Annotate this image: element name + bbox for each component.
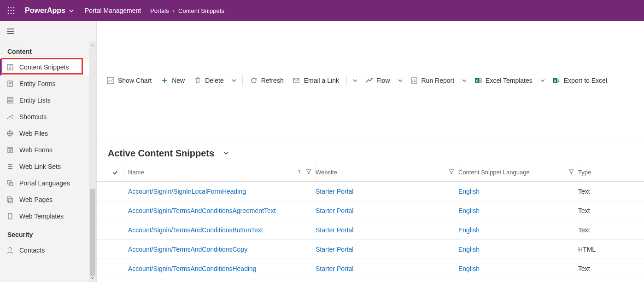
cmd-label: New — [172, 77, 185, 84]
sidebar-section-content: Content — [0, 41, 96, 59]
language-link[interactable]: English — [458, 246, 480, 253]
svg-rect-17 — [7, 197, 11, 201]
svg-point-7 — [11, 13, 12, 14]
svg-point-1 — [11, 7, 12, 9]
website-link[interactable]: Starter Portal — [316, 226, 353, 234]
separator — [242, 75, 243, 86]
excel-templates-icon — [474, 77, 482, 84]
flow-button[interactable]: Flow — [361, 70, 395, 91]
app-launcher-icon[interactable] — [5, 4, 18, 17]
language-link[interactable]: English — [458, 226, 480, 234]
sidebar-item-label: Web Link Sets — [19, 163, 61, 170]
sidebar-item[interactable]: Portal Languages — [0, 175, 96, 191]
sidebar-item-label: Web Files — [19, 130, 48, 137]
sidebar-item[interactable]: Shortcuts — [0, 109, 96, 125]
export-excel-button[interactable]: Export to Excel — [548, 70, 612, 91]
svg-rect-20 — [107, 77, 114, 84]
record-link[interactable]: Account/Signin/TermsAndConditionsAgreeme… — [128, 207, 276, 214]
table-row[interactable]: Account/SignIn/SignInLocalFormHeadingSta… — [97, 182, 644, 201]
email-dropdown[interactable] — [350, 70, 361, 91]
app-switcher-chevron-icon[interactable] — [68, 7, 75, 14]
sidebar-item-icon — [6, 163, 14, 170]
website-link[interactable]: Starter Portal — [316, 246, 353, 253]
table-row[interactable]: Account/Signin/TermsAndConditionsAgreeme… — [97, 201, 644, 220]
trash-icon — [194, 77, 201, 84]
cell-name: Account/Signin/TermsAndConditionsButtonT… — [124, 226, 316, 234]
select-all-column[interactable] — [106, 163, 124, 181]
table-row[interactable]: Account/Signin/TermsAndConditionsCopySta… — [97, 240, 644, 259]
sidebar-item[interactable]: Web Templates — [0, 208, 96, 224]
column-name[interactable]: Name — [124, 163, 316, 181]
app-name[interactable]: PowerApps — [25, 6, 65, 15]
refresh-button[interactable]: Refresh — [246, 70, 288, 91]
language-link[interactable]: English — [458, 188, 480, 195]
global-header: PowerApps Portal Management Portals › Co… — [0, 0, 644, 21]
website-link[interactable]: Starter Portal — [316, 207, 353, 214]
sidebar-item-icon — [6, 80, 14, 87]
sidebar-item[interactable]: Contacts — [0, 242, 96, 259]
view-title[interactable]: Active Content Snippets — [108, 148, 214, 159]
nav-collapse-button[interactable] — [0, 21, 21, 41]
filter-icon[interactable] — [306, 169, 311, 176]
view-selector-chevron-icon[interactable] — [221, 148, 232, 159]
sidebar-item-label: Shortcuts — [19, 113, 47, 121]
excel-templates-dropdown[interactable] — [537, 70, 548, 91]
website-link[interactable]: Starter Portal — [316, 188, 353, 195]
excel-templates-button[interactable]: Excel Templates — [470, 70, 537, 91]
table-row[interactable]: Account/Signin/TermsAndConditionsHeading… — [97, 259, 644, 278]
main-content: Show Chart New Delete Refresh Email a Li… — [97, 21, 644, 282]
column-type[interactable]: Type — [578, 163, 644, 181]
column-label: Content Snippet Language — [458, 169, 568, 176]
website-link[interactable]: Starter Portal — [316, 265, 353, 272]
column-label: Type — [578, 169, 644, 176]
table-row[interactable]: Account/Signin/TermsAndConditionsButtonT… — [97, 220, 644, 240]
email-link-button[interactable]: Email a Link — [288, 70, 344, 91]
scroll-down-icon[interactable] — [89, 275, 96, 282]
flow-dropdown[interactable] — [395, 70, 406, 91]
cell-website: Starter Portal — [316, 207, 458, 214]
sidebar-item-label: Portal Languages — [19, 179, 70, 187]
sidebar-item[interactable]: Content Snippets — [0, 59, 96, 75]
column-language[interactable]: Content Snippet Language — [458, 163, 578, 181]
scroll-thumb[interactable] — [90, 189, 95, 276]
record-link[interactable]: Account/Signin/TermsAndConditionsHeading — [128, 265, 257, 272]
grid-header: Name Website Content Snippet Language — [97, 163, 644, 182]
run-report-dropdown[interactable] — [459, 70, 470, 91]
breadcrumb-item[interactable]: Portals — [150, 7, 169, 14]
filter-icon[interactable] — [449, 169, 454, 176]
cell-type: Text — [578, 226, 644, 234]
sort-asc-icon[interactable] — [297, 169, 302, 176]
filter-icon[interactable] — [568, 169, 574, 176]
record-link[interactable]: Account/SignIn/SignInLocalFormHeading — [128, 188, 246, 195]
sidebar-item[interactable]: Web Files — [0, 125, 96, 142]
cmd-label: Email a Link — [304, 77, 339, 84]
sidebar-item[interactable]: Web Pages — [0, 191, 96, 208]
sidebar-item[interactable]: Entity Forms — [0, 75, 96, 92]
sidebar-item-icon — [6, 113, 14, 121]
table-row[interactable]: Account/SignIn/UsernameLabelStarter Port… — [97, 278, 644, 282]
cell-name: Account/Signin/TermsAndConditionsHeading — [124, 265, 316, 272]
breadcrumb-item[interactable]: Content Snippets — [178, 7, 224, 14]
delete-button[interactable]: Delete — [189, 70, 228, 91]
sidebar-item[interactable]: Entity Lists — [0, 92, 96, 109]
cell-language: English — [458, 246, 578, 253]
sidebar-item-label: Contacts — [19, 247, 45, 254]
cmd-label: Refresh — [261, 77, 284, 84]
run-report-button[interactable]: Run Report — [406, 70, 459, 91]
column-website[interactable]: Website — [316, 163, 458, 181]
record-link[interactable]: Account/Signin/TermsAndConditionsCopy — [128, 246, 247, 253]
sidebar-item[interactable]: Web Link Sets — [0, 158, 96, 175]
plus-icon — [161, 77, 168, 84]
sidebar-item-label: Web Templates — [19, 213, 64, 220]
sidebar-item[interactable]: Web Forms — [0, 142, 96, 158]
sidebar-scrollbar[interactable] — [89, 41, 96, 282]
sidebar-item-label: Content Snippets — [19, 63, 69, 71]
language-link[interactable]: English — [458, 265, 480, 272]
record-link[interactable]: Account/Signin/TermsAndConditionsButtonT… — [128, 226, 263, 234]
delete-dropdown[interactable] — [228, 70, 240, 91]
scroll-up-icon[interactable] — [89, 41, 96, 49]
language-link[interactable]: English — [458, 207, 480, 214]
new-button[interactable]: New — [156, 70, 189, 91]
show-chart-button[interactable]: Show Chart — [102, 70, 156, 91]
area-name[interactable]: Portal Management — [85, 7, 141, 14]
